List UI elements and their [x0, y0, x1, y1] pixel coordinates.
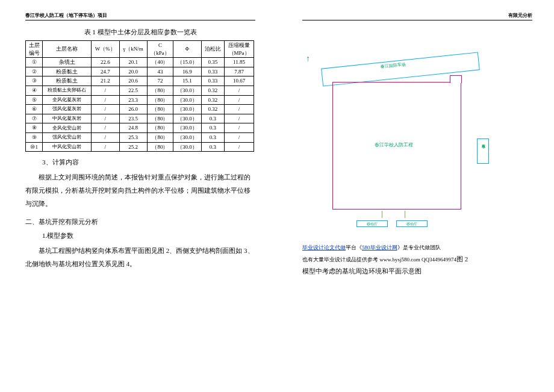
connector-line-1 [382, 211, 382, 218]
col-layer-id: 土层 编号 [26, 41, 43, 58]
table-cell: 25.2 [119, 142, 147, 152]
table-cell: 0.3 [201, 142, 225, 152]
table-cell: / [225, 123, 254, 133]
table-row: ⑧全风化安山岩/24.8（80）（30.0）0.3/ [26, 123, 254, 133]
table-cell: ⑩1 [26, 142, 43, 152]
figure-2-caption: 模型中考虑的基坑周边环境和平面示意图 [302, 266, 532, 277]
table-cell: 21.2 [92, 76, 120, 86]
table-cell: （40） [147, 58, 173, 67]
table-cell: ⑤ [26, 95, 43, 105]
table-cell: 7.87 [225, 67, 254, 76]
table-cell: 0.3 [201, 123, 225, 133]
table-cell: 全风化凝灰岩 [43, 95, 92, 105]
right-page: 有限元分析 ↑ 春江国际车场 春江学校人防工程 幸亭苑 移动厅 移动厅 毕业设计… [277, 0, 554, 392]
col-emod: 压缩模量 （MPa） [225, 41, 254, 58]
para-2: 基坑工程围护结构竖向体系布置平面图见图 2、西侧支护结构剖面图如 3、北侧地铁与… [25, 244, 255, 270]
table-cell: （15.0） [173, 58, 201, 67]
table-cell: / [225, 132, 254, 142]
table-cell: ⑨ [26, 132, 43, 142]
table-cell: （80） [147, 132, 173, 142]
table-cell: 11.85 [225, 58, 254, 67]
table-cell: 20.1 [119, 58, 147, 67]
para-1: 根据上文对周围环境的简述，本报告针对重点保护对象，进行施工过程的有限元模拟，分析… [25, 170, 255, 210]
table-row: ②粉质黏土24.720.04316.90.337.87 [26, 67, 254, 76]
table-cell: / [225, 114, 254, 123]
col-poisson: 泊松比 [201, 41, 225, 58]
link-site[interactable]: 580毕业设计网 [362, 244, 397, 250]
col-phi: Φ [173, 41, 201, 58]
table-row: ①杂填土22.620.1（40）（15.0）0.3511.85 [26, 58, 254, 67]
table-cell: / [225, 142, 254, 152]
table-cell: / [225, 95, 254, 105]
col-c: C （kPa） [147, 41, 173, 58]
link-service[interactable]: 毕业设计论文代做 [302, 244, 346, 250]
table-cell: 16.9 [173, 67, 201, 76]
table-row: ⑥强风化凝灰岩/26.0（80）（30.0）0.32/ [26, 105, 254, 114]
table-title: 表 1 模型中土体分层及相应参数一览表 [25, 28, 255, 37]
table-cell: （30.0） [173, 95, 201, 105]
table-row: ⑩1中风化安山岩/25.2（80）（30.0）0.3/ [26, 142, 254, 152]
table-row: ⑤全风化凝灰岩/23.3（80）（30.0）0.32/ [26, 95, 254, 105]
table-cell: 0.32 [201, 95, 225, 105]
table-cell: 23.3 [119, 95, 147, 105]
table-cell: 26.0 [119, 105, 147, 114]
col-gamma: γ（kN/m [119, 41, 147, 58]
table-cell: 72 [147, 76, 173, 86]
table-cell: 10.67 [225, 76, 254, 86]
table-cell: / [225, 105, 254, 114]
table-cell: / [92, 132, 120, 142]
table-cell: 25.3 [119, 132, 147, 142]
bldg-1: 移动厅 [356, 220, 388, 227]
table-cell: ① [26, 58, 43, 67]
table-cell: / [92, 86, 120, 95]
table-cell: ③ [26, 76, 43, 86]
table-cell: 杂填土 [43, 58, 92, 67]
footer-line-1: 毕业设计论文代做平台《580毕业设计网》是专业代做团队 [302, 243, 532, 252]
table-cell: 24.7 [92, 67, 120, 76]
table-cell: 粉质黏土 [43, 67, 92, 76]
table-cell: ⑥ [26, 105, 43, 114]
table-cell: （30.0） [173, 105, 201, 114]
table-cell: 粉质黏土 [43, 76, 92, 86]
site-plan-diagram: ↑ 春江国际车场 春江学校人防工程 幸亭苑 移动厅 移动厅 [302, 42, 489, 241]
table-cell: （80） [147, 95, 173, 105]
table-cell: / [92, 142, 120, 152]
bottom-buildings: 移动厅 移动厅 [356, 220, 428, 227]
table-cell: 24.8 [119, 123, 147, 133]
table-cell: （30.0） [173, 123, 201, 133]
figure-2-num: 图 2 [456, 255, 468, 263]
table-cell: 全风化安山岩 [43, 123, 92, 133]
table-cell: ⑦ [26, 114, 43, 123]
col-layer-name: 土层名称 [43, 41, 92, 58]
heading-2-1: 1.模型参数 [42, 231, 255, 240]
table-cell: 23.5 [119, 114, 147, 123]
table-cell: （80） [147, 142, 173, 152]
table-row: ④粉质黏土夹卵砾石/22.5（80）（30.0）0.32/ [26, 86, 254, 95]
table-cell: 0.32 [201, 105, 225, 114]
table-cell: （80） [147, 114, 173, 123]
table-cell: （30.0） [173, 132, 201, 142]
table-cell: 强风化凝灰岩 [43, 105, 92, 114]
table-cell: / [225, 86, 254, 95]
table-cell: 中风化凝灰岩 [43, 114, 92, 123]
side-building: 幸亭苑 [477, 138, 489, 164]
table-cell: （80） [147, 86, 173, 95]
col-w: W（%） [92, 41, 120, 58]
heading-2: 二、基坑开挖有限元分析 [25, 217, 255, 226]
footer-line-2: 也有大量毕业设计成品提供参考 www.bysj580.com QQ3449649… [302, 254, 532, 265]
table-cell: 22.6 [92, 58, 120, 67]
table-cell: （30.0） [173, 86, 201, 95]
table-row: ③粉质黏土21.220.67215.10.3310.67 [26, 76, 254, 86]
table-cell: 20.0 [119, 67, 147, 76]
table-cell: 0.33 [201, 67, 225, 76]
table-cell: ④ [26, 86, 43, 95]
table-cell: 22.5 [119, 86, 147, 95]
connector-line-2 [405, 211, 405, 218]
header-right-text: 有限元分析 [508, 12, 532, 19]
compass-icon: ↑ [306, 54, 310, 64]
table-cell: 20.6 [119, 76, 147, 86]
header-right-page: 有限元分析 [302, 12, 532, 20]
table-cell: （30.0） [173, 114, 201, 123]
table-row: ⑨强风化安山岩/25.3（80）（30.0）0.3/ [26, 132, 254, 142]
table-cell: ② [26, 67, 43, 76]
